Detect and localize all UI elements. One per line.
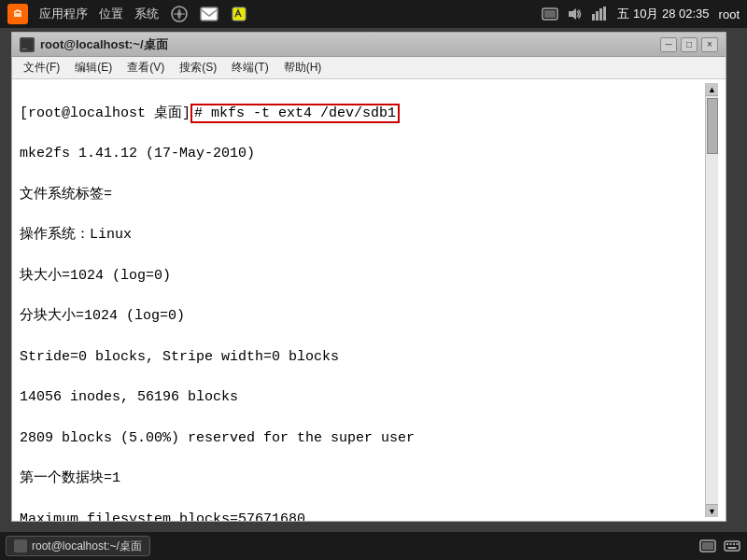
menu-terminal[interactable]: 终端(T) — [224, 58, 275, 77]
close-button[interactable]: × — [701, 37, 718, 52]
svg-rect-18 — [733, 543, 735, 545]
window-controls: ─ □ × — [660, 37, 718, 52]
output-line-9: 第一个数据块=1 — [20, 469, 705, 489]
taskbar-top-right: 五 10月 28 02:35 root — [541, 5, 740, 23]
minimize-button[interactable]: ─ — [660, 37, 677, 52]
terminal-window: _ root@localhost:~/桌面 ─ □ × 文件(F) 编辑(E) … — [11, 32, 726, 522]
svg-rect-14 — [702, 542, 713, 550]
app-menu-icon[interactable] — [7, 4, 28, 24]
scrollbar[interactable]: ▲ ▼ — [705, 83, 718, 517]
window-title: root@localhost:~/桌面 — [40, 36, 168, 53]
datetime: 五 10月 28 02:35 — [617, 6, 709, 22]
title-bar-left: _ root@localhost:~/桌面 — [20, 36, 168, 53]
maximize-button[interactable]: □ — [681, 37, 698, 52]
output-line-8: 2809 blocks (5.00%) reserved for the sup… — [20, 428, 705, 449]
svg-rect-17 — [730, 543, 732, 545]
username: root — [719, 7, 740, 21]
menu-system[interactable]: 系统 — [134, 6, 159, 22]
output-line-7: 14056 inodes, 56196 blocks — [20, 387, 705, 408]
output-line-3: 操作系统：Linux — [20, 225, 705, 245]
volume-icon — [565, 5, 584, 23]
taskbar-top-left: 应用程序 位置 系统 — [7, 4, 248, 24]
screenshot-icon — [541, 5, 559, 23]
menu-file[interactable]: 文件(F) — [16, 58, 67, 77]
network-icon — [170, 5, 189, 23]
output-line-1: mke2fs 1.41.12 (17-May-2010) — [20, 144, 705, 164]
menu-search[interactable]: 搜索(S) — [172, 58, 224, 77]
svg-rect-9 — [599, 8, 602, 21]
menu-help[interactable]: 帮助(H) — [276, 58, 330, 77]
scrollbar-down-button[interactable]: ▼ — [706, 504, 718, 517]
title-bar: _ root@localhost:~/桌面 ─ □ × — [12, 33, 726, 57]
mail-icon — [200, 5, 218, 23]
taskbar-terminal-label: root@localhost:~/桌面 — [32, 539, 142, 554]
menu-bar: 文件(F) 编辑(E) 查看(V) 搜索(S) 终端(T) 帮助(H) — [12, 57, 726, 79]
svg-rect-10 — [603, 7, 606, 21]
svg-rect-19 — [737, 543, 739, 545]
menu-edit[interactable]: 编辑(E) — [67, 58, 120, 77]
tray-icons — [541, 5, 608, 23]
prompt-line: [root@localhost 桌面]# mkfs -t ext4 /dev/s… — [20, 104, 705, 124]
terminal-output: [root@localhost 桌面]# mkfs -t ext4 /dev/s… — [20, 83, 705, 517]
svg-rect-8 — [596, 11, 599, 21]
terminal-icon: _ — [20, 37, 35, 52]
svg-rect-5 — [544, 10, 556, 18]
terminal-content[interactable]: [root@localhost 桌面]# mkfs -t ext4 /dev/s… — [12, 79, 726, 521]
svg-rect-16 — [726, 543, 728, 545]
taskbar-top: 应用程序 位置 系统 — [0, 0, 747, 28]
scrollbar-thumb[interactable] — [707, 98, 718, 154]
output-line-5: 分块大小=1024 (log=0) — [20, 306, 705, 327]
scrollbar-track — [706, 96, 718, 504]
svg-rect-15 — [725, 541, 740, 551]
output-line-4: 块大小=1024 (log=0) — [20, 266, 705, 287]
tray-screenshot-icon[interactable] — [698, 537, 717, 555]
menu-view[interactable]: 查看(V) — [120, 58, 172, 77]
taskbar-terminal-item[interactable]: root@localhost:~/桌面 — [6, 536, 150, 556]
output-line-2: 文件系统标签= — [20, 185, 705, 205]
svg-marker-6 — [569, 8, 576, 20]
svg-rect-2 — [201, 7, 218, 21]
tray-keyboard-icon[interactable] — [723, 537, 741, 555]
taskbar-bottom-right — [698, 537, 741, 555]
menu-places[interactable]: 位置 — [99, 6, 123, 22]
taskbar-terminal-icon — [14, 539, 27, 553]
network-status-icon — [589, 5, 608, 23]
menu-apps[interactable]: 应用程序 — [39, 6, 88, 22]
svg-rect-7 — [592, 14, 595, 21]
svg-text:_: _ — [22, 41, 27, 49]
output-line-6: Stride=0 blocks, Stripe width=0 blocks — [20, 347, 705, 368]
scrollbar-up-button[interactable]: ▲ — [706, 83, 718, 96]
svg-rect-20 — [728, 547, 737, 549]
output-line-10: Maximum filesystem blocks=57671680 — [20, 510, 705, 521]
command-box: # mkfs -t ext4 /dev/sdb1 — [190, 104, 400, 123]
taskbar-bottom: root@localhost:~/桌面 — [0, 532, 747, 560]
prompt-text: [root@localhost 桌面] — [20, 105, 190, 121]
pencil-icon — [230, 5, 248, 23]
